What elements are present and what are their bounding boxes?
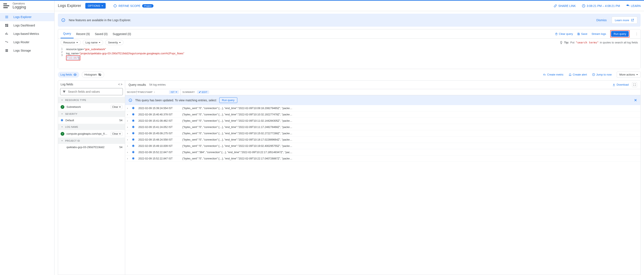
sidebar-item-logs-router[interactable]: Logs Router: [0, 38, 54, 46]
log-timestamp: 2022-02-09 15:41:24.052 IST: [137, 126, 181, 129]
log-summary: {"bytes_sent":"0", "connection":{…}, "en…: [181, 107, 640, 110]
results-count: 54 log entries: [149, 83, 166, 86]
expand-row-button[interactable]: ›: [125, 113, 130, 116]
sidebar-item-logs-dashboard[interactable]: Logs Dashboard: [0, 21, 54, 30]
metric-icon: [543, 73, 546, 76]
create-metric-button[interactable]: Create metric: [543, 73, 564, 76]
sidebar-item-label: Logs Storage: [14, 49, 31, 52]
histogram-toggle[interactable]: Histogram: [82, 72, 104, 78]
log-fields-toggle[interactable]: Log fields: [58, 72, 79, 78]
clear-field-button[interactable]: Clear ✕: [111, 105, 122, 109]
log-rows[interactable]: ›✱2022-02-09 15:39:24.554 IST{"bytes_sen…: [125, 105, 640, 275]
jump-to-now-button[interactable]: Jump to now: [592, 73, 612, 76]
close-notice-button[interactable]: ✕: [634, 98, 637, 103]
severity-icon: ✱: [130, 112, 137, 116]
learn-button[interactable]: LEARN: [626, 4, 641, 8]
refine-scope-button[interactable]: REFINE SCOPE Project: [113, 4, 154, 8]
save-button[interactable]: Save: [577, 32, 588, 36]
severity-icon: ✱: [130, 144, 137, 148]
search-fields-field[interactable]: [68, 90, 120, 93]
tab-suggested[interactable]: Suggested (0): [110, 29, 134, 38]
caret-down-icon: [119, 41, 121, 44]
expand-row-button[interactable]: ›: [125, 145, 130, 147]
lightbulb-icon: [560, 41, 563, 44]
log-row[interactable]: ›✱2022-02-09 15:52:22.847 IST{"bytes_sen…: [125, 149, 640, 155]
clear-field-button[interactable]: Clear ✕: [111, 132, 122, 136]
tab-saved[interactable]: Saved (0): [92, 29, 110, 38]
code-icon[interactable]: < >: [118, 83, 122, 86]
editor-code[interactable]: resource.type="gce_subnetwork" log_name=…: [64, 46, 640, 69]
log-row[interactable]: ›✱2022-02-09 15:48:24.558 IST{"bytes_sen…: [125, 137, 640, 143]
severity-icon: ✱: [130, 106, 137, 110]
router-icon: [4, 40, 9, 44]
expand-row-button[interactable]: ›: [125, 126, 130, 129]
eye-icon: [73, 73, 77, 76]
stream-logs-button[interactable]: Stream logs: [592, 32, 606, 36]
expand-row-button[interactable]: ›: [125, 119, 130, 122]
chevron-down-icon: [60, 125, 64, 128]
caret-down-icon: [176, 91, 177, 94]
scope-icon: [113, 4, 117, 8]
product-overline: Operations: [12, 2, 26, 5]
log-timestamp: 2022-02-09 15:48:24.558 IST: [137, 138, 181, 141]
sidebar-item-logs-storage[interactable]: Logs Storage: [0, 46, 54, 55]
log-row[interactable]: ›✱2022-02-09 15:40:40.378 IST{"bytes_sen…: [125, 111, 640, 118]
query-panel: Query Recent (9) Saved (0) Suggested (0)…: [58, 29, 641, 69]
field-item[interactable]: qwiklabs-gcp-03-290d7f219dd254: [58, 144, 125, 150]
log-row[interactable]: ›✱2022-02-09 15:49:10.009 IST{"bytes_sen…: [125, 143, 640, 149]
chevron-down-icon: [60, 139, 64, 142]
log-row[interactable]: ›✱2022-02-09 15:52:22.847 IST{"bytes_sen…: [125, 155, 640, 162]
field-count: 54: [120, 146, 122, 149]
timezone-selector[interactable]: IST: [169, 90, 179, 94]
eye-off-icon: [98, 73, 102, 76]
fullscreen-button[interactable]: [632, 82, 637, 87]
expand-row-button[interactable]: ›: [125, 132, 130, 135]
log-row[interactable]: ›✱2022-02-09 15:39:24.554 IST{"bytes_sen…: [125, 105, 640, 111]
col-severity[interactable]: SEVERITY: [125, 90, 137, 95]
severity-filter[interactable]: Severity: [105, 40, 124, 45]
log-row[interactable]: ›✱2022-02-09 15:45:09.275 IST{"bytes_sen…: [125, 130, 640, 137]
sidebar-item-logs-explorer[interactable]: Logs Explorer: [0, 13, 54, 21]
download-button[interactable]: Download: [612, 83, 629, 86]
field-group-header[interactable]: LOG NAME: [58, 124, 125, 130]
tab-query[interactable]: Query: [60, 29, 74, 38]
field-group-header[interactable]: SEVERITY: [58, 111, 125, 117]
expand-row-button[interactable]: ›: [125, 151, 130, 154]
query-tabs: Query Recent (9) Saved (0) Suggested (0)…: [58, 29, 640, 39]
run-query-button[interactable]: Run query: [611, 31, 629, 37]
resource-filter[interactable]: Resource: [60, 40, 81, 45]
options-button[interactable]: OPTIONS: [85, 3, 106, 9]
share-link-button[interactable]: SHARE LINK: [554, 4, 576, 8]
sidebar-item-logs-metrics[interactable]: Logs-based Metrics: [0, 30, 54, 38]
log-summary: {"bytes_sent":"0", "connection":{…}, "en…: [181, 138, 640, 141]
check-circle-icon: ✓: [60, 105, 64, 109]
search-fields-input[interactable]: [60, 88, 123, 95]
run-query-inline-button[interactable]: Run query: [219, 97, 237, 103]
field-item[interactable]: ✓SubnetworkClear ✕: [58, 103, 125, 111]
field-group-header[interactable]: RESOURCE TYPE: [58, 97, 125, 103]
log-row[interactable]: ›✱2022-02-09 15:41:09.462 IST{"bytes_sen…: [125, 118, 640, 124]
log-timestamp: 2022-02-09 15:52:22.847 IST: [137, 151, 181, 154]
field-item[interactable]: ✱Default54: [58, 117, 125, 124]
tab-recent[interactable]: Recent (9): [74, 29, 92, 38]
caret-down-icon: [76, 41, 78, 44]
log-row[interactable]: ›✱2022-02-09 15:41:24.052 IST{"bytes_sen…: [125, 124, 640, 130]
logname-filter[interactable]: Log name: [83, 40, 103, 45]
query-editor[interactable]: 123 resource.type="gce_subnetwork" log_n…: [58, 46, 640, 69]
field-group-header[interactable]: PROJECT ID: [58, 138, 125, 144]
more-actions-button[interactable]: More actions: [617, 72, 641, 78]
learn-more-button[interactable]: Learn more: [612, 17, 637, 24]
expand-collapse-toggle[interactable]: [636, 32, 638, 36]
edit-summary-button[interactable]: EDIT: [197, 90, 209, 94]
dismiss-button[interactable]: Dismiss: [596, 19, 607, 22]
clear-query-button[interactable]: Clear query: [555, 32, 573, 36]
time-range-button[interactable]: 3:08:21 PM – 4:08:21 PM: [582, 4, 620, 8]
field-item[interactable]: ✓compute.googleapis.com/vpc_fl…Clear ✕: [58, 130, 125, 138]
expand-row-button[interactable]: ›: [125, 157, 130, 160]
info-icon: [61, 18, 66, 22]
log-summary: {"bytes_sent":"0", "connection":{…}, "en…: [181, 113, 640, 116]
create-alert-button[interactable]: Create alert: [568, 73, 587, 76]
col-timestamp[interactable]: TIMESTAMP ↑ IST: [137, 89, 181, 95]
expand-row-button[interactable]: ›: [125, 107, 130, 110]
expand-row-button[interactable]: ›: [125, 138, 130, 141]
